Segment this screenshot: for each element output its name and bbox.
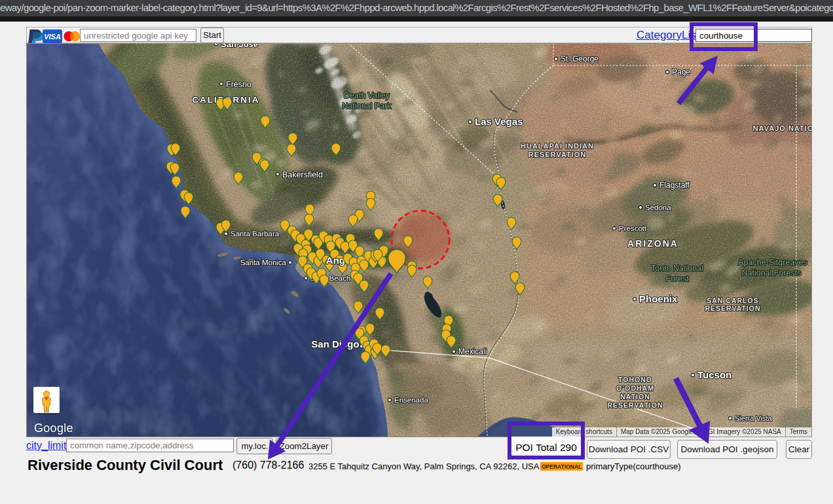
svg-text:Mexicali: Mexicali [458, 347, 487, 356]
svg-text:Forest: Forest [665, 274, 689, 283]
svg-text:St. George: St. George [561, 54, 599, 63]
svg-text:Tonto National: Tonto National [651, 264, 703, 273]
svg-text:NATION: NATION [620, 393, 650, 401]
svg-text:SAN CARLOS: SAN CARLOS [707, 297, 758, 304]
svg-text:Fresno: Fresno [226, 80, 251, 89]
svg-text:NAVAJO NATIO: NAVAJO NATIO [753, 124, 811, 132]
svg-text:O’ODHAM: O’ODHAM [616, 384, 654, 392]
svg-text:RESERVATION: RESERVATION [705, 304, 760, 312]
svg-text:National Park: National Park [342, 101, 392, 111]
svg-text:Flagstaff: Flagstaff [659, 181, 690, 190]
svg-text:Santa Monica: Santa Monica [240, 259, 287, 266]
svg-text:TOHONO: TOHONO [618, 376, 652, 384]
svg-text:San Jose: San Jose [221, 43, 258, 49]
svg-text:Ensenada: Ensenada [394, 396, 428, 404]
svg-text:Bakersfield: Bakersfield [282, 170, 323, 179]
svg-text:Santa Barbara: Santa Barbara [231, 230, 280, 238]
svg-text:ARIZONA: ARIZONA [627, 238, 678, 249]
svg-text:Page: Page [672, 67, 690, 77]
svg-text:RESERVATION: RESERVATION [528, 151, 587, 158]
svg-text:National Forests: National Forests [741, 268, 801, 278]
svg-text:San Diego: San Diego [311, 338, 359, 350]
svg-text:Sierra Vista: Sierra Vista [735, 414, 773, 422]
svg-text:Phoenix: Phoenix [639, 293, 678, 304]
svg-text:Las Vegas: Las Vegas [475, 116, 523, 127]
svg-text:HUALAPAI INDIAN: HUALAPAI INDIAN [521, 142, 594, 150]
svg-text:Death Valley: Death Valley [344, 91, 390, 100]
svg-text:Prescott: Prescott [619, 225, 647, 232]
svg-text:VISA: VISA [44, 33, 61, 41]
svg-text:Tucson: Tucson [697, 369, 731, 380]
svg-text:Apache-Sitgreaves: Apache-Sitgreaves [738, 258, 807, 267]
svg-text:RESERVATION: RESERVATION [607, 401, 663, 409]
svg-text:Sedona: Sedona [645, 204, 671, 211]
